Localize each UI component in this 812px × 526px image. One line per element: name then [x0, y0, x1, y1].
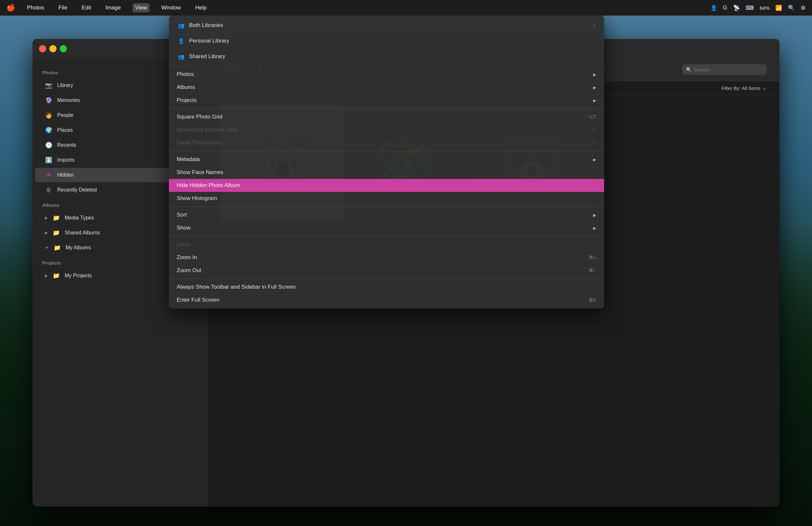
- show-hide-explore-shortcut: ⌥E: [588, 127, 596, 133]
- menu-label-enter-full-screen: Enter Full Screen: [177, 297, 219, 303]
- filter-button[interactable]: Filter By: All Items ⌄: [721, 85, 767, 91]
- toolbar-right: 🔍: [682, 64, 767, 75]
- traffic-lights: [39, 45, 67, 52]
- metadata-arrow-icon: ▶: [593, 157, 596, 162]
- menubar-help[interactable]: Help: [193, 3, 209, 12]
- apple-menu-icon[interactable]: 🍎: [6, 3, 15, 12]
- divider-6: [169, 279, 604, 279]
- menu-label-metadata: Metadata: [177, 156, 200, 163]
- zoom-shortcut: Z: [593, 242, 596, 247]
- shared-library-icon: 👥: [177, 52, 186, 61]
- menu-item-personal-library[interactable]: 👤 Personal Library: [169, 33, 604, 49]
- menubar-person-icon: 👤: [710, 4, 717, 11]
- my-projects-icon: 📁: [52, 272, 60, 280]
- sidebar-label-recently-deleted: Recently Deleted: [57, 187, 184, 193]
- menubar-window[interactable]: Window: [159, 3, 183, 12]
- menu-item-hide-hidden-album[interactable]: Hide Hidden Photo Album: [169, 179, 604, 192]
- menubar-file[interactable]: File: [56, 3, 70, 12]
- divider-3: [169, 151, 604, 151]
- menu-item-shared-library[interactable]: 👥 Shared Library: [169, 49, 604, 64]
- imports-icon: ⬇️: [45, 156, 53, 164]
- menu-item-zoom[interactable]: Zoom Z: [169, 238, 604, 251]
- menu-item-zoom-out[interactable]: Zoom Out ⌘−: [169, 264, 604, 277]
- menubar-airdrop-icon: 📡: [733, 4, 740, 11]
- menu-item-show-thumbnails[interactable]: Show Thumbnails ⌥S: [169, 136, 604, 149]
- divider-5: [169, 236, 604, 236]
- menu-label-zoom-in: Zoom In: [177, 254, 197, 261]
- menu-label-shared-library: Shared Library: [189, 53, 226, 60]
- menu-item-photos[interactable]: Photos ▶: [169, 68, 604, 81]
- menu-item-enter-full-screen[interactable]: Enter Full Screen ⌘F: [169, 293, 604, 307]
- zoom-in-shortcut: ⌘+: [589, 254, 596, 260]
- sort-arrow-icon: ▶: [593, 213, 596, 218]
- full-screen-shortcut: ⌘F: [589, 297, 596, 303]
- menu-item-show[interactable]: Show ▶: [169, 221, 604, 234]
- menu-label-photos: Photos: [177, 71, 194, 77]
- menubar-battery: 64%: [760, 5, 769, 11]
- menu-label-projects: Projects: [177, 97, 197, 104]
- menu-label-hide-hidden-album: Hide Hidden Photo Album: [177, 182, 240, 189]
- menubar-photos[interactable]: Photos: [24, 3, 47, 12]
- menu-item-metadata[interactable]: Metadata ▶: [169, 153, 604, 166]
- my-projects-arrow: ▶: [45, 273, 48, 278]
- my-albums-arrow: ▼: [45, 246, 49, 250]
- menubar-view[interactable]: View: [132, 3, 150, 12]
- divider-2: [169, 108, 604, 109]
- library-icon: 📷: [45, 82, 53, 89]
- personal-library-icon: 👤: [177, 36, 186, 45]
- people-icon: 🧑: [45, 111, 53, 119]
- recents-icon: 🕐: [45, 141, 53, 149]
- menu-label-albums: Albums: [177, 84, 195, 91]
- menu-item-zoom-in[interactable]: Zoom In ⌘+: [169, 251, 604, 264]
- shared-albums-arrow: ▶: [45, 231, 48, 235]
- filter-label: Filter By: All Items: [721, 85, 760, 91]
- menu-label-zoom: Zoom: [177, 241, 191, 248]
- search-input[interactable]: [682, 64, 767, 75]
- photos-arrow-icon: ▶: [593, 72, 596, 77]
- menu-label-show: Show: [177, 225, 191, 231]
- both-libraries-icon: 👥: [177, 21, 186, 30]
- search-container: 🔍: [682, 64, 767, 75]
- menu-label-show-thumbnails: Show Thumbnails: [177, 140, 220, 146]
- menubar-edit[interactable]: Edit: [79, 3, 93, 12]
- menu-item-show-histogram[interactable]: Show Histogram: [169, 192, 604, 205]
- divider-4: [169, 206, 604, 207]
- menu-label-both-libraries: Both Libraries: [189, 22, 223, 29]
- menu-label-show-histogram: Show Histogram: [177, 195, 217, 202]
- media-types-arrow: ▶: [45, 216, 48, 220]
- show-arrow-icon: ▶: [593, 226, 596, 231]
- menu-item-square-grid[interactable]: Square Photo Grid ⌥T: [169, 111, 604, 123]
- zoom-out-shortcut: ⌘−: [589, 267, 596, 273]
- places-icon: 🌍: [45, 126, 53, 134]
- menu-item-sort[interactable]: Sort ▶: [169, 208, 604, 221]
- menubar: 🍎 Photos File Edit Image View Window Hel…: [0, 0, 812, 16]
- deleted-icon: 🗑: [45, 186, 53, 194]
- menu-item-always-show-toolbar[interactable]: Always Show Toolbar and Sidebar in Full …: [169, 280, 604, 293]
- menubar-image[interactable]: Image: [103, 3, 124, 12]
- menu-label-zoom-out: Zoom Out: [177, 267, 201, 274]
- filter-chevron-icon: ⌄: [762, 85, 767, 91]
- shared-albums-icon: 📁: [52, 229, 60, 237]
- minimize-button[interactable]: [49, 45, 57, 52]
- close-button[interactable]: [39, 45, 46, 52]
- menubar-grammarly-icon: G: [723, 4, 727, 11]
- projects-arrow-icon: ▶: [593, 98, 596, 103]
- menu-item-both-libraries[interactable]: 👥 Both Libraries ✓: [169, 17, 604, 33]
- menu-label-square-grid: Square Photo Grid: [177, 114, 222, 120]
- menu-label-always-show-toolbar: Always Show Toolbar and Sidebar in Full …: [177, 284, 295, 290]
- menu-label-show-face-names: Show Face Names: [177, 169, 223, 176]
- menubar-wifi-icon: 📶: [775, 4, 782, 11]
- menubar-search-icon[interactable]: 🔍: [788, 4, 795, 11]
- maximize-button[interactable]: [60, 45, 67, 52]
- menu-item-albums[interactable]: Albums ▶: [169, 81, 604, 94]
- menu-label-show-hide-explore: Show/Hide Explore View: [177, 127, 237, 133]
- menubar-right: 👤 G 📡 ⌨ 64% 📶 🔍 ⚙: [710, 4, 806, 11]
- menubar-control-center-icon[interactable]: ⚙: [801, 4, 806, 11]
- both-libraries-check: ✓: [592, 23, 596, 28]
- media-types-icon: 📁: [52, 214, 60, 222]
- divider-1: [169, 66, 604, 66]
- menu-item-projects[interactable]: Projects ▶: [169, 94, 604, 107]
- menu-item-show-hide-explore[interactable]: Show/Hide Explore View ⌥E: [169, 123, 604, 136]
- menu-label-personal-library: Personal Library: [189, 38, 229, 44]
- menu-item-show-face-names[interactable]: Show Face Names: [169, 166, 604, 179]
